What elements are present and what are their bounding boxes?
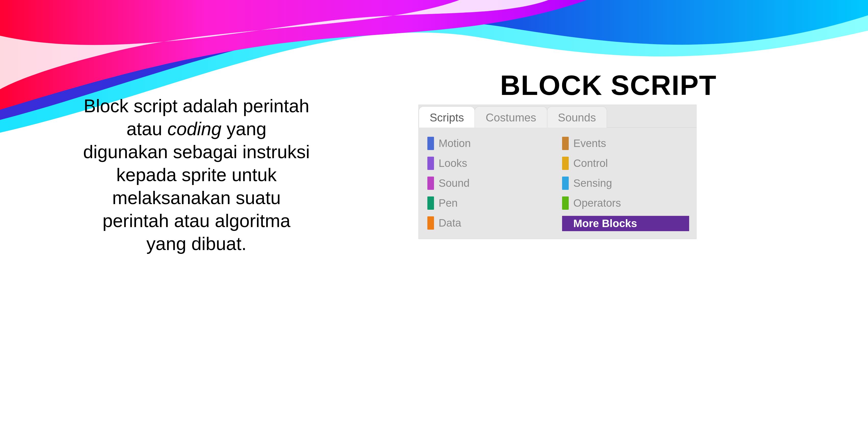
slide: BLOCK SCRIPT Block script adalah perinta… [0,0,868,434]
category-grid: Motion Events Looks Control Sound Sensin… [419,128,696,239]
more-blocks-label: More Blocks [573,217,637,229]
category-motion[interactable]: Motion [427,136,554,151]
category-data[interactable]: Data [427,216,554,230]
data-label: Data [439,217,461,229]
slide-title: BLOCK SCRIPT [500,69,717,101]
control-label: Control [573,157,608,169]
category-looks[interactable]: Looks [427,156,554,170]
operators-label: Operators [573,197,621,209]
category-sensing[interactable]: Sensing [562,176,689,190]
events-label: Events [573,137,606,150]
body-text-italic: coding [167,119,221,139]
tab-sounds[interactable]: Sounds [547,106,607,128]
category-control[interactable]: Control [562,156,689,170]
tab-strip-fill [607,106,696,128]
tab-costumes[interactable]: Costumes [474,106,547,128]
category-operators[interactable]: Operators [562,196,689,210]
looks-swatch [427,157,434,170]
tab-scripts[interactable]: Scripts [419,106,475,128]
slide-body: Block script adalah perintah atau coding… [82,94,311,255]
category-pen[interactable]: Pen [427,196,554,210]
motion-swatch [427,137,434,150]
category-events[interactable]: Events [562,136,689,151]
looks-label: Looks [439,157,467,169]
events-swatch [562,137,569,150]
sensing-swatch [562,177,569,190]
motion-label: Motion [439,137,471,150]
sound-label: Sound [439,177,469,189]
sensing-label: Sensing [573,177,612,189]
scratch-palette: Scripts Costumes Sounds Motion Events Lo… [418,104,696,239]
operators-swatch [562,196,569,210]
more-blocks-swatch [562,217,569,230]
pen-swatch [427,196,434,210]
palette-tabs: Scripts Costumes Sounds [419,105,696,128]
category-sound[interactable]: Sound [427,176,554,190]
control-swatch [562,157,569,170]
data-swatch [427,216,434,229]
pen-label: Pen [439,197,458,209]
category-more-blocks[interactable]: More Blocks [562,216,689,231]
sound-swatch [427,177,434,190]
